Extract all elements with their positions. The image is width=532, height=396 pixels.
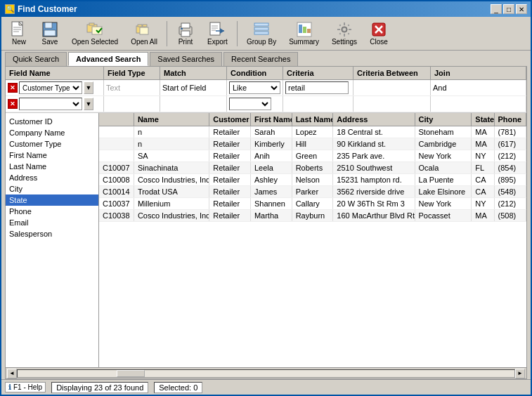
split-area: Customer ID Company Name Customer Type F… — [6, 113, 526, 367]
field-item-last-name[interactable]: Last Name — [6, 161, 98, 172]
cell-city: New York — [415, 198, 472, 209]
results-header-id — [99, 113, 134, 126]
settings-svg — [336, 21, 353, 38]
summary-button[interactable]: Summary — [284, 19, 324, 48]
print-button[interactable]: Print — [171, 19, 200, 48]
new-button[interactable]: New — [5, 19, 33, 48]
table-row[interactable]: C10008 Cosco Industries, Inc. Retailer A… — [99, 174, 526, 186]
cell-customer-type: Retailer — [209, 198, 251, 209]
svg-rect-14 — [143, 25, 147, 27]
header-field-type: Field Type — [104, 67, 160, 79]
cell-address: 2510 Southwest — [333, 162, 415, 173]
criteria-condition-1: Like Equal Not Equal — [227, 80, 283, 95]
export-button[interactable]: Export — [202, 19, 233, 48]
title-bar-left: 🔍 Find Customer — [5, 4, 77, 14]
tab-quick-search[interactable]: Quick Search — [5, 52, 67, 66]
new-svg — [11, 21, 27, 38]
table-row[interactable]: C10037 Millenium Retailer Shannen Callar… — [99, 198, 526, 210]
table-row[interactable]: C10014 Trodat USA Retailer James Parker … — [99, 186, 526, 198]
open-selected-label: Open Selected — [72, 38, 118, 46]
field-name-select-2[interactable] — [19, 98, 82, 110]
field-dropdown-arrow-1[interactable]: ▼ — [84, 81, 93, 94]
cell-first-name: Leela — [251, 162, 292, 173]
field-item-first-name[interactable]: First Name — [6, 150, 98, 161]
cell-id: C10008 — [99, 174, 134, 185]
print-icon — [177, 21, 194, 38]
cell-state: CA — [472, 174, 494, 185]
tab-saved-searches[interactable]: Saved Searches — [150, 52, 222, 66]
criteria-input-1[interactable] — [285, 81, 349, 94]
results-header-first-name: First Name — [251, 113, 292, 126]
new-icon — [11, 21, 27, 38]
save-button[interactable]: Save — [36, 19, 64, 48]
field-item-customer-type[interactable]: Customer Type — [6, 138, 98, 150]
scrollbar-thumb[interactable] — [117, 370, 145, 377]
condition-select-2[interactable] — [229, 98, 271, 110]
table-row[interactable]: C10038 Cosco Industries, Inc. Retailer M… — [99, 210, 526, 222]
scrollbar-track[interactable] — [17, 369, 515, 378]
condition-select-1[interactable]: Like Equal Not Equal — [229, 81, 280, 94]
title-bar: 🔍 Find Customer _ □ ✕ — [1, 1, 531, 17]
criteria-join-2 — [431, 96, 526, 112]
field-item-email[interactable]: Email — [6, 217, 98, 228]
save-label: Save — [42, 38, 58, 46]
table-row[interactable]: n Retailer Sarah Lopez 18 Central st. St… — [99, 126, 526, 138]
svg-rect-19 — [210, 22, 220, 35]
settings-button[interactable]: Settings — [327, 19, 362, 48]
cell-address: 160 MacArthur Blvd Rt 28 — [333, 210, 415, 221]
delete-row-2-button[interactable]: ✕ — [8, 99, 18, 109]
cell-id: C10038 — [99, 210, 134, 221]
svg-rect-36 — [337, 29, 340, 30]
group-by-button[interactable]: Group By — [242, 19, 281, 48]
cell-id — [99, 138, 134, 150]
open-all-label: Open All — [131, 38, 157, 46]
table-row[interactable]: SA Retailer Anih Green 235 Park ave. New… — [99, 150, 526, 162]
results-header-phone: Phone — [495, 113, 526, 126]
print-label: Print — [179, 38, 193, 46]
cell-customer-type: Retailer — [209, 150, 251, 161]
close-title-button[interactable]: ✕ — [516, 4, 527, 14]
group-svg — [253, 21, 270, 38]
field-item-phone[interactable]: Phone — [6, 206, 98, 217]
table-row[interactable]: C10007 Sinachinata Retailer Leela Robert… — [99, 162, 526, 174]
title-buttons: _ □ ✕ — [491, 4, 527, 14]
open-all-button[interactable]: Open All — [126, 19, 162, 48]
scroll-right-button[interactable]: ► — [515, 369, 525, 378]
field-item-customer-id[interactable]: Customer ID — [6, 116, 98, 127]
cell-first-name: Sarah — [251, 126, 292, 138]
main-window: 🔍 Find Customer _ □ ✕ New — [0, 0, 532, 396]
field-dropdown-arrow-2[interactable]: ▼ — [84, 98, 93, 110]
results-header-state: State — [472, 113, 494, 126]
export-icon — [209, 21, 226, 38]
minimize-button[interactable]: _ — [491, 4, 502, 14]
field-item-city[interactable]: City — [6, 183, 98, 194]
svg-rect-41 — [348, 33, 350, 35]
cell-customer-type: Retailer — [209, 138, 251, 150]
cell-phone: (617) — [495, 138, 526, 150]
tab-recent-searches[interactable]: Recent Searches — [223, 52, 298, 66]
cell-id — [99, 126, 134, 138]
header-criteria-between: Criteria Between — [353, 67, 431, 79]
tab-advanced-search[interactable]: Advanced Search — [68, 52, 148, 66]
field-item-state[interactable]: State — [6, 194, 98, 206]
selected-status: Selected: 0 — [154, 382, 202, 393]
open-selected-button[interactable]: Open Selected — [67, 19, 123, 48]
field-item-company-name[interactable]: Company Name — [6, 127, 98, 138]
open-selected-icon — [86, 21, 103, 38]
found-status: Displaying 23 of 23 found — [51, 382, 148, 393]
delete-row-1-button[interactable]: ✕ — [8, 83, 18, 93]
cell-customer-type: Retailer — [209, 126, 251, 138]
save-svg — [41, 21, 58, 38]
cell-city: Pocasset — [415, 210, 472, 221]
field-item-address[interactable]: Address — [6, 172, 98, 183]
status-bar: ℹ F1 - Help Displaying 23 of 23 found Se… — [1, 379, 531, 395]
field-item-salesperson[interactable]: Salesperson — [6, 228, 98, 239]
field-name-select-1[interactable]: Customer Type — [19, 81, 82, 94]
maximize-button[interactable]: □ — [503, 4, 514, 14]
cell-state: FL — [472, 162, 494, 173]
cell-city: Lake Elsinore — [415, 186, 472, 197]
scroll-left-button[interactable]: ◄ — [7, 369, 17, 378]
table-row[interactable]: n Retailer Kimberly Hill 90 Kirkland st.… — [99, 138, 526, 150]
close-button[interactable]: Close — [365, 19, 393, 48]
criteria-between-1 — [353, 80, 431, 95]
